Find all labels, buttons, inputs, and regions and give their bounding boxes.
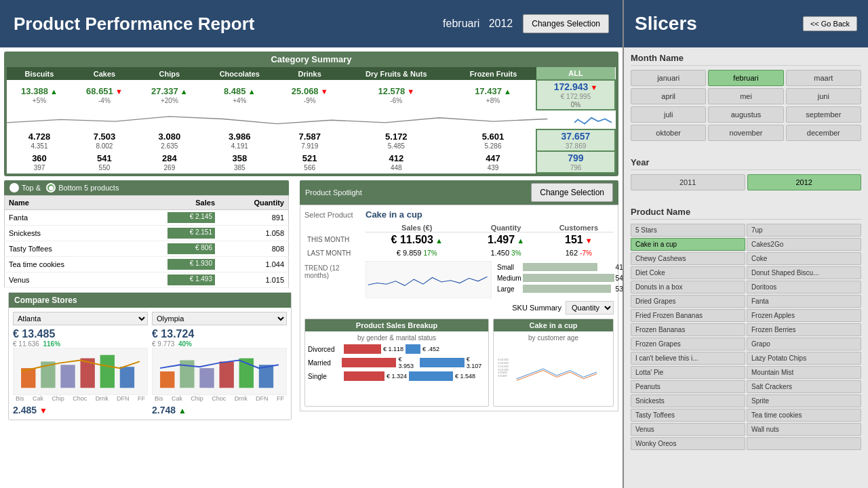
top5-section: Top & Bottom 5 products Name [4, 180, 289, 288]
store-2: Olympia € 13.724 € 9.773 40% [152, 312, 287, 415]
divorced-male-bar [406, 344, 420, 354]
list-item: Tasty Toffees € 806 808 [5, 241, 289, 257]
product-slicer-item[interactable] [747, 437, 861, 450]
this-month-cust: 151 [565, 234, 583, 245]
product-slicer-item[interactable]: Frozen Berries [747, 323, 861, 336]
report-header: Product Performance Report februari 2012… [0, 0, 623, 47]
store-2-select[interactable]: Olympia [152, 312, 287, 325]
single-bars: € 1.324 € 1.548 [344, 371, 475, 381]
married-female-bar [342, 358, 396, 367]
month-slicer-item[interactable]: oktober [631, 125, 706, 141]
product-slicer-item[interactable]: Fried Frozen Bananas [631, 309, 745, 322]
right-panel: Slicers << Go Back Month Name januarifeb… [624, 0, 868, 488]
product-slicer-item[interactable]: Cake in a cup [631, 238, 745, 251]
product-slicer-item[interactable]: Salt Crackers [747, 380, 861, 393]
col-cakes: Cakes [72, 67, 137, 80]
product-slicer-item[interactable]: I can't believe this i... [631, 352, 745, 365]
product-slicer-item[interactable]: Tea time cookies [747, 409, 861, 422]
product-slicer-item[interactable]: Peanuts [631, 380, 745, 393]
product-slicer-item[interactable]: Chewy Cashews [631, 252, 745, 265]
this-month-label: THIS MONTH [304, 232, 366, 248]
svg-rect-9 [220, 361, 234, 388]
month-slicer-item[interactable]: januari [631, 70, 706, 86]
single-label: Single [308, 373, 342, 380]
size-small-bar [523, 263, 597, 271]
gender-divorced-row: Divorced € 1.118 € .452 [308, 344, 486, 354]
product-slicer-item[interactable]: 5 Stars [631, 224, 745, 237]
product-slicer-item[interactable]: Dried Grapes [631, 295, 745, 308]
product-slicer-item[interactable]: Frozen Grapes [631, 338, 745, 350]
category-summary-section: Category Summary Biscuits Cakes Chips Ch… [4, 52, 618, 176]
radio-bottom: Bottom 5 products [46, 183, 119, 192]
size-medium-qty: 548 [616, 273, 624, 283]
changes-selection-button[interactable]: Changes Selection [523, 14, 609, 33]
col-dry-fruits: Dry Fruits & Nuts [342, 67, 450, 80]
store-1-select[interactable]: Atlanta [13, 312, 148, 325]
month-slicer-item[interactable]: februari [708, 70, 783, 86]
month-slicer-section: Month Name januarifebruarimaartaprilmeij… [624, 47, 868, 152]
product-slicer-item[interactable]: Grapo [747, 338, 861, 350]
col-customers: Customers [544, 224, 614, 232]
change-selection-button[interactable]: Change Selection [531, 183, 613, 202]
svg-rect-6 [160, 371, 174, 388]
product-slicer-item[interactable]: Donuts in a box [631, 281, 745, 293]
col-quantity: Quantity [468, 224, 543, 232]
product-slicer-item[interactable]: Wall nuts [747, 423, 861, 436]
sku-select[interactable]: Quantity [566, 301, 614, 314]
product-slicer-item[interactable]: 7up [747, 224, 861, 237]
go-back-button[interactable]: << Go Back [803, 16, 857, 31]
store-1-labels: BisCakChipChocDrnkDFNFF [13, 395, 148, 402]
list-item: Venus € 1.493 1.015 [5, 272, 289, 288]
month-slicer-item[interactable]: april [631, 88, 706, 104]
product-slicer-item[interactable]: Mountain Mist [747, 366, 861, 379]
product-slicer-item[interactable]: Wonky Oreos [631, 437, 745, 450]
month-slicer-item[interactable]: november [708, 125, 783, 141]
store-2-sub: € 9.773 40% [152, 340, 287, 348]
month-slicer-item[interactable]: september [786, 106, 861, 123]
category-table: Biscuits Cakes Chips Chocolates Drinks D… [7, 67, 616, 174]
product-slicer-item[interactable]: Fanta [747, 295, 861, 308]
svg-rect-5 [120, 367, 134, 388]
size-table: Small 419 Medium 548 L [496, 261, 624, 295]
store-2-bottom-value: 2.748 ▲ [152, 405, 287, 415]
svg-rect-7 [180, 360, 194, 388]
size-large-label: Large [497, 284, 521, 293]
table-row: 360397 541550 284269 358385 521566 41244… [7, 151, 615, 173]
product-slicer-item[interactable]: Lazy Potato Chips [747, 352, 861, 365]
col-sales: Sales [119, 196, 219, 210]
month-slicer-item[interactable]: juli [631, 106, 706, 123]
month-slicer-item[interactable]: mei [708, 88, 783, 104]
month-slicer-item[interactable]: juni [786, 88, 861, 104]
product-slicer-item[interactable]: Sprite [747, 394, 861, 407]
month-slicer-title: Month Name [631, 53, 861, 66]
year-slicer-item[interactable]: 2011 [631, 174, 745, 190]
table-row: Small 419 [497, 262, 624, 272]
header-right: februari 2012 Changes Selection [443, 14, 609, 33]
product-slicer-item[interactable]: Frozen Bananas [631, 323, 745, 336]
product-slicer-item[interactable]: Venus [631, 423, 745, 436]
sku-label: SKU Summary [512, 304, 561, 312]
product-slicer-item[interactable]: Coke [747, 252, 861, 265]
product-slicer-item[interactable]: Lotta' Pie [631, 366, 745, 379]
product-slicer-item[interactable]: Snickests [631, 394, 745, 407]
report-title: Product Performance Report [14, 14, 254, 35]
col-frozen-fruits: Frozen Fruits [450, 67, 536, 80]
radio-top: Top & [9, 183, 41, 192]
product-slicer-item[interactable]: Diet Coke [631, 266, 745, 279]
col-chocolates: Chocolates [202, 67, 277, 80]
month-slicer-item[interactable]: maart [786, 70, 861, 86]
product-slicer-item[interactable]: Frozen Apples [747, 309, 861, 322]
product-slicer-item[interactable]: Tasty Toffees [631, 409, 745, 422]
product-slicer-item[interactable]: Doritoos [747, 281, 861, 293]
radio-bottom-icon[interactable] [46, 183, 56, 192]
product-slicer-item[interactable]: Donut Shaped Biscu... [747, 266, 861, 279]
year-slicer-item[interactable]: 2012 [747, 174, 862, 190]
radio-top-icon[interactable] [9, 183, 19, 192]
store-1-chart [13, 348, 148, 395]
month-slicer-item[interactable]: augustus [708, 106, 783, 123]
compare-stores-body: Atlanta € 13.485 € 11.636 116% [9, 308, 291, 420]
table-row: 4.7284.351 7.5038.002 3.0802.635 3.9864.… [7, 129, 615, 151]
month-grid: januarifebruarimaartaprilmeijunijuliaugu… [631, 70, 861, 141]
month-slicer-item[interactable]: december [786, 125, 861, 141]
product-slicer-item[interactable]: Cakes2Go [747, 238, 861, 251]
